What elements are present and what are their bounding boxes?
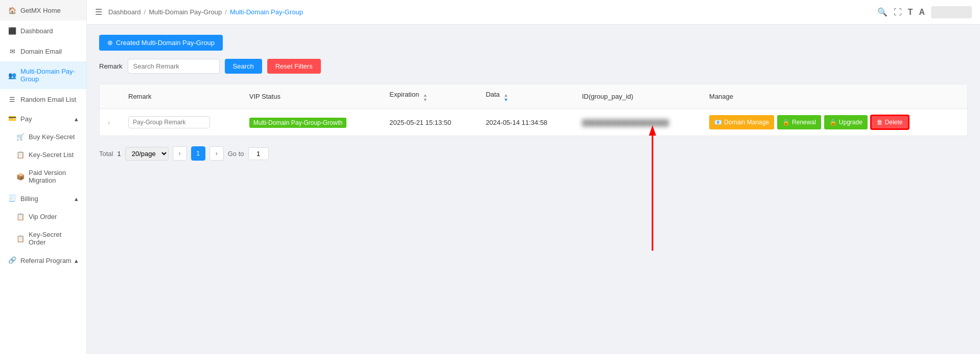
sidebar-item-dashboard[interactable]: ⬛ Dashboard xyxy=(0,20,86,41)
data-table: Remark VIP Status Expiration ▲ ▼ xyxy=(99,84,968,136)
chevron-up-icon-billing: ▴ xyxy=(75,195,78,203)
col-expiration: Expiration ▲ ▼ xyxy=(381,84,477,109)
sidebar-group-referral[interactable]: 🔗 Referral Program ▴ xyxy=(0,251,86,270)
trash-icon: 🗑 xyxy=(877,119,883,126)
domain-manage-button[interactable]: 📧 Domain Manage xyxy=(709,115,774,129)
sidebar-item-label: Domain Email xyxy=(20,48,62,55)
search-button-label: Search xyxy=(233,62,254,70)
sidebar-item-domain-email[interactable]: ✉ Domain Email xyxy=(0,41,86,61)
vip-order-icon: 📋 xyxy=(16,213,25,220)
sidebar-item-getmx-home[interactable]: 🏠 GetMX Home xyxy=(0,0,86,20)
fullscreen-icon[interactable]: ⛶ xyxy=(894,8,902,17)
search-remark-input[interactable] xyxy=(128,59,220,74)
manage-cell: 📧 Domain Manage 🔒 Renewal 🔒 Upgrade xyxy=(701,109,967,136)
sidebar-item-label: Random Email List xyxy=(20,96,76,103)
col-manage: Manage xyxy=(701,84,967,109)
remark-cell xyxy=(120,109,241,136)
search-icon[interactable]: 🔍 xyxy=(877,7,888,17)
translate-icon[interactable]: A xyxy=(919,8,925,17)
sidebar-group-billing[interactable]: 🧾 Billing ▴ xyxy=(0,189,86,208)
goto-label: Go to xyxy=(228,150,244,158)
referral-icon: 🔗 xyxy=(8,256,16,264)
renewal-button[interactable]: 🔒 Renewal xyxy=(777,115,821,129)
key-list-icon: 📋 xyxy=(16,151,25,159)
id-cell: ████████████████████ xyxy=(574,109,701,136)
col-data: Data ▲ ▼ xyxy=(478,84,574,109)
chevron-up-icon-referral: ▴ xyxy=(75,257,78,264)
expiration-sort-icon[interactable]: ▲ ▼ xyxy=(423,93,428,102)
sidebar-group-label: Billing xyxy=(20,195,38,203)
sidebar-sub-buy-key[interactable]: 🛒 Buy Key-Secret xyxy=(0,128,86,146)
total-label: Total xyxy=(99,150,113,158)
sidebar-sub-label: Key-Secret Order xyxy=(29,231,78,246)
col-remark: Remark xyxy=(120,84,241,109)
sidebar-item-label: Dashboard xyxy=(20,27,53,35)
domain-manage-label: Domain Manage xyxy=(724,119,769,126)
email-icon: ✉ xyxy=(8,47,16,55)
breadcrumb-sep-2: / xyxy=(225,8,227,16)
group-pay-id-value: ████████████████████ xyxy=(582,119,669,126)
main-content: ☰ Dashboard / Multi-Domain Pay-Group / M… xyxy=(87,0,980,354)
page-1-button[interactable]: 1 xyxy=(191,146,205,161)
domain-icon: 📧 xyxy=(714,119,722,126)
sidebar-group-pay[interactable]: 💳 Pay ▴ xyxy=(0,109,86,128)
pagination: Total 1 20/page 10/page 50/page ‹ 1 › Go… xyxy=(99,146,968,161)
user-avatar[interactable] xyxy=(931,6,972,18)
page-content: ⊕ Created Multi-Domain Pay-Group Remark … xyxy=(87,25,980,354)
upgrade-button[interactable]: 🔒 Upgrade xyxy=(824,115,868,129)
hamburger-icon[interactable]: ☰ xyxy=(95,7,102,17)
sidebar-sub-migration[interactable]: 📦 Paid Version Migration xyxy=(0,164,86,189)
sidebar-sub-vip-order[interactable]: 📋 Vip Order xyxy=(0,208,86,226)
header: ☰ Dashboard / Multi-Domain Pay-Group / M… xyxy=(87,0,980,25)
sidebar-sub-label: Key-Secret List xyxy=(29,151,74,159)
chevron-up-icon: ▴ xyxy=(75,115,78,123)
data-sort-icon[interactable]: ▲ ▼ xyxy=(504,93,508,102)
breadcrumb-dashboard[interactable]: Dashboard xyxy=(108,8,141,16)
col-group-pay-id: ID(group_pay_id) xyxy=(574,84,701,109)
expiration-cell: 2025-05-21 15:13:50 xyxy=(381,109,477,136)
prev-page-button[interactable]: ‹ xyxy=(173,146,187,161)
sidebar-sub-key-order[interactable]: 📋 Key-Secret Order xyxy=(0,226,86,251)
expand-cell: › xyxy=(100,109,120,136)
breadcrumb-sep-1: / xyxy=(144,8,146,16)
remark-input[interactable] xyxy=(128,116,210,128)
sidebar-sub-label: Paid Version Migration xyxy=(29,169,78,184)
page-size-select[interactable]: 20/page 10/page 50/page xyxy=(125,147,169,161)
sidebar-sub-label: Vip Order xyxy=(29,213,57,220)
data-value: 2024-05-14 11:34:58 xyxy=(486,119,548,126)
sidebar-sub-label: Buy Key-Secret xyxy=(29,133,75,141)
sidebar-group-label: Referral Program xyxy=(20,257,72,264)
next-page-button[interactable]: › xyxy=(209,146,224,161)
next-icon: › xyxy=(216,150,218,157)
delete-button[interactable]: 🗑 Delete xyxy=(871,115,909,129)
create-multi-domain-button[interactable]: ⊕ Created Multi-Domain Pay-Group xyxy=(99,35,223,51)
reset-filters-button[interactable]: Reset Filters xyxy=(267,59,321,74)
delete-highlight-wrapper: 🗑 Delete xyxy=(871,115,909,129)
lock-upgrade-icon: 🔒 xyxy=(829,119,837,126)
plus-circle-icon: ⊕ xyxy=(107,39,113,47)
expiration-value: 2025-05-21 15:13:50 xyxy=(389,119,451,126)
lock-renewal-icon: 🔒 xyxy=(782,119,790,126)
table-header-row: Remark VIP Status Expiration ▲ ▼ xyxy=(100,84,967,109)
upgrade-label: Upgrade xyxy=(839,119,862,126)
breadcrumb-multi-domain[interactable]: Multi-Domain Pay-Group xyxy=(149,8,222,16)
sidebar-item-multi-domain[interactable]: 👥 Multi-Domain Pay-Group xyxy=(0,61,86,89)
data-cell: 2024-05-14 11:34:58 xyxy=(478,109,574,136)
sidebar-group-label: Pay xyxy=(20,115,32,123)
sidebar-sub-key-list[interactable]: 📋 Key-Secret List xyxy=(0,146,86,164)
sidebar-item-random-email[interactable]: ☰ Random Email List xyxy=(0,89,86,109)
create-button-label: Created Multi-Domain Pay-Group xyxy=(116,39,215,47)
goto-input[interactable] xyxy=(248,147,269,160)
prev-icon: ‹ xyxy=(179,150,181,157)
col-expand xyxy=(100,84,120,109)
font-icon[interactable]: T xyxy=(908,8,913,17)
sidebar: 🏠 GetMX Home ⬛ Dashboard ✉ Domain Email … xyxy=(0,0,87,354)
remark-filter-label: Remark xyxy=(99,62,123,70)
total-count: 1 xyxy=(117,150,121,158)
renewal-label: Renewal xyxy=(792,119,816,126)
table-row: › Multi-Domain Pay-Group-Growth 2025-05-… xyxy=(100,109,967,136)
migration-icon: 📦 xyxy=(16,173,25,181)
dashboard-icon: ⬛ xyxy=(8,27,16,35)
expand-row-icon[interactable]: › xyxy=(108,119,110,126)
search-button[interactable]: Search xyxy=(225,59,262,74)
